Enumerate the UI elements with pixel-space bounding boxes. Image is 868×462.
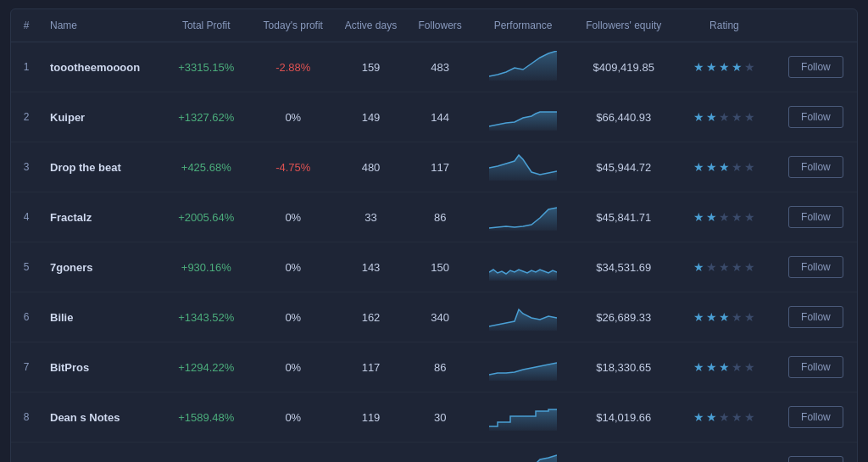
star-empty: ★	[744, 410, 755, 424]
total-profit-cell: +1343.52%	[160, 292, 252, 342]
sparkline-chart	[489, 351, 557, 381]
action-cell[interactable]: Follow	[775, 92, 857, 142]
follow-button[interactable]: Follow	[788, 356, 843, 378]
action-cell[interactable]: Follow	[775, 443, 857, 463]
star-empty: ★	[719, 210, 730, 224]
total-profit-cell: +1589.48%	[160, 392, 252, 443]
total-profit-cell: +1294.22%	[160, 342, 252, 392]
star-empty: ★	[719, 110, 730, 124]
star-filled: ★	[693, 360, 704, 374]
rating-cell: ★★★★★	[674, 192, 775, 242]
star-empty: ★	[719, 410, 730, 424]
performance-cell	[473, 443, 574, 463]
active-days-cell: 162	[334, 292, 407, 342]
active-days-cell: 149	[334, 92, 407, 142]
performance-cell	[473, 242, 574, 292]
follow-button[interactable]: Follow	[788, 106, 843, 128]
star-empty: ★	[732, 110, 743, 124]
action-cell[interactable]: Follow	[775, 392, 857, 443]
total-profit-cell: +431.60%	[160, 443, 252, 463]
col-rank: #	[11, 9, 42, 42]
follow-button[interactable]: Follow	[788, 306, 843, 328]
star-filled: ★	[693, 110, 704, 124]
star-empty: ★	[732, 160, 743, 174]
equity-cell: $45,841.71	[573, 192, 674, 242]
total-profit-cell: +930.16%	[160, 242, 252, 292]
col-active-days: Active days	[334, 9, 407, 42]
col-today-profit: Today's profit	[252, 9, 334, 42]
rank-cell: 4	[11, 192, 42, 242]
star-filled: ★	[693, 160, 704, 174]
equity-cell: $409,419.85	[573, 42, 674, 92]
star-filled: ★	[693, 260, 704, 274]
sparkline-chart	[489, 151, 557, 181]
performance-cell	[473, 92, 574, 142]
followers-cell: 150	[408, 242, 473, 292]
active-days-cell: 159	[334, 42, 407, 92]
follow-button[interactable]: Follow	[788, 406, 843, 428]
table-row: 8 Dean s Notes +1589.48% 0% 119 30	[11, 392, 857, 443]
follow-button[interactable]: Follow	[788, 156, 843, 178]
star-empty: ★	[732, 260, 743, 274]
sparkline-chart	[489, 451, 557, 462]
action-cell[interactable]: Follow	[775, 292, 857, 342]
today-profit-cell: 0%	[252, 242, 334, 292]
followers-cell: 21	[408, 443, 473, 463]
star-filled: ★	[719, 310, 730, 324]
followers-cell: 30	[408, 392, 473, 443]
rating-cell: ★★★★★	[674, 392, 775, 443]
action-cell[interactable]: Follow	[775, 192, 857, 242]
equity-cell: $18,330.65	[573, 342, 674, 392]
follow-button[interactable]: Follow	[788, 256, 843, 278]
star-empty: ★	[744, 60, 755, 74]
name-cell: BitPros	[42, 342, 160, 392]
follow-button[interactable]: Follow	[788, 206, 843, 228]
rating-cell: ★★★★★	[674, 292, 775, 342]
name-cell: 7goners	[42, 242, 160, 292]
star-empty: ★	[744, 360, 755, 374]
follow-button[interactable]: Follow	[788, 56, 843, 78]
today-profit-cell: -4.75%	[252, 142, 334, 192]
action-cell[interactable]: Follow	[775, 42, 857, 92]
name-cell: Dean s Notes	[42, 392, 160, 443]
sparkline-chart	[489, 251, 557, 281]
table-header-row: # Name Total Profit Today's profit Activ…	[11, 9, 857, 42]
star-empty: ★	[744, 310, 755, 324]
active-days-cell: 33	[334, 192, 407, 242]
action-cell[interactable]: Follow	[775, 242, 857, 292]
rank-cell: 6	[11, 292, 42, 342]
table-row: 2 Kuiper +1327.62% 0% 149 144 $66,	[11, 92, 857, 142]
star-filled: ★	[693, 310, 704, 324]
sparkline-chart	[489, 201, 557, 231]
sparkline-chart	[489, 301, 557, 331]
rank-cell: 2	[11, 92, 42, 142]
col-action	[775, 9, 857, 42]
star-empty: ★	[719, 260, 730, 274]
star-filled: ★	[693, 60, 704, 74]
star-empty: ★	[732, 210, 743, 224]
star-filled: ★	[719, 160, 730, 174]
star-filled: ★	[693, 210, 704, 224]
rating-cell: ★★★★★	[674, 92, 775, 142]
star-empty: ★	[706, 260, 717, 274]
rank-cell: 5	[11, 242, 42, 292]
name-cell: Drop the beat	[42, 142, 160, 192]
today-profit-cell: 0%	[252, 392, 334, 443]
name-cell: toootheemoooon	[42, 42, 160, 92]
active-days-cell: 480	[334, 142, 407, 192]
star-filled: ★	[706, 160, 717, 174]
follow-button[interactable]: Follow	[788, 456, 843, 462]
action-cell[interactable]: Follow	[775, 142, 857, 192]
star-empty: ★	[732, 360, 743, 374]
col-rating: Rating	[674, 9, 775, 42]
action-cell[interactable]: Follow	[775, 342, 857, 392]
name-cell: Fractalz	[42, 192, 160, 242]
star-filled: ★	[706, 360, 717, 374]
star-filled: ★	[732, 60, 743, 74]
star-filled: ★	[706, 210, 717, 224]
star-empty: ★	[732, 310, 743, 324]
table-row: 9 Resolution22 +431.60% -4.56% 45 21	[11, 443, 857, 463]
name-cell: Bilie	[42, 292, 160, 342]
equity-cell: $45,944.72	[573, 142, 674, 192]
table-row: 4 Fractalz +2005.64% 0% 33 86 $45,	[11, 192, 857, 242]
